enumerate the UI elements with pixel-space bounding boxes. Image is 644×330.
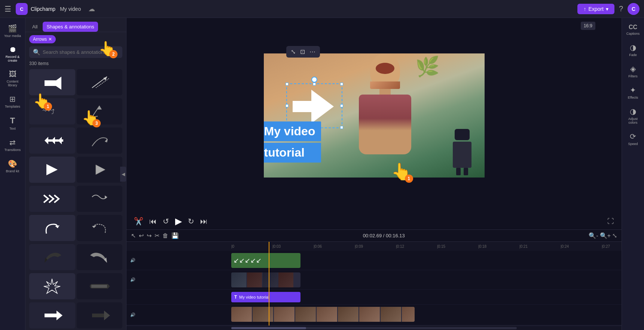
- main-thumb-4: [295, 307, 316, 322]
- shape-thumb-11[interactable]: [29, 215, 75, 241]
- timeline-toolbar: ↖ ↩ ↪ ✂ 🗑 💾 00:02.69 / 00:16.13 🔍- 🔍+ ⤡: [126, 230, 622, 242]
- shape-thumb-12[interactable]: [77, 215, 123, 241]
- video-preview: ⤡ ⊡ ⋯ 🌿: [126, 18, 622, 213]
- aspect-ratio-display[interactable]: 16:9: [581, 22, 595, 30]
- export-button[interactable]: ↑ Export ▾: [577, 4, 614, 14]
- video-track-1-content[interactable]: [231, 270, 622, 289]
- main-video-clip[interactable]: [231, 307, 415, 322]
- main-thumb-8: [381, 307, 401, 322]
- forward-5s-button[interactable]: ↻: [188, 217, 194, 226]
- arrows-track-name: 🔊: [130, 258, 135, 263]
- main-video-content[interactable]: [231, 305, 622, 325]
- fullscreen-button[interactable]: ⛶: [607, 218, 614, 225]
- shape-resize-button[interactable]: ⤡: [289, 47, 297, 56]
- handle-top-mid[interactable]: [313, 83, 316, 86]
- fit-button[interactable]: ⤡: [612, 232, 617, 239]
- magic-cut-button[interactable]: ✂️: [134, 217, 143, 226]
- sidebar-item-record-create[interactable]: ⏺ Record &create: [1, 42, 24, 65]
- arrows-tag-remove-button[interactable]: ✕: [48, 37, 52, 42]
- cut-button[interactable]: ✂: [155, 232, 159, 239]
- save-button[interactable]: 💾: [171, 232, 179, 239]
- right-panel-speed[interactable]: ⟳ Speed: [623, 129, 644, 149]
- sidebar-label-templates: Templates: [5, 105, 20, 108]
- rewind-5s-button[interactable]: ↺: [163, 217, 169, 226]
- panel-collapse-handle[interactable]: ◀: [120, 167, 126, 182]
- right-panel-fade[interactable]: ◑ Fade: [623, 40, 644, 60]
- handle-bottom-right[interactable]: [340, 126, 343, 129]
- hamburger-menu-button[interactable]: ☰: [4, 4, 11, 13]
- arrow-clip-icon: ↙↙↙↙↙: [234, 256, 262, 265]
- shape-thumb-15[interactable]: [29, 273, 75, 299]
- handle-top-left[interactable]: [286, 83, 289, 86]
- arrows-track-content[interactable]: ↙↙↙↙↙: [231, 251, 622, 270]
- sidebar-item-transitions[interactable]: ⇄ Transitions: [1, 135, 24, 155]
- sidebar-item-templates[interactable]: ⊞ Templates: [1, 92, 24, 111]
- project-name[interactable]: My video: [60, 6, 81, 12]
- text-track-content[interactable]: T My video tutorial: [231, 290, 622, 304]
- arrows-clip[interactable]: ↙↙↙↙↙: [231, 253, 300, 268]
- right-panel-adjust-colors[interactable]: ◑ Adjustcolors: [623, 104, 644, 127]
- search-input[interactable]: [43, 49, 119, 55]
- handle-right-mid[interactable]: [340, 104, 343, 107]
- sidebar-item-your-media[interactable]: 🎬 Your media: [1, 21, 24, 41]
- right-panel-captions[interactable]: CC Captions: [623, 21, 644, 38]
- ruler-mark-24: |0:24: [561, 244, 602, 249]
- avatar[interactable]: C: [628, 3, 640, 15]
- arrows-track-row: 🔊 ↙↙↙↙↙: [126, 251, 622, 270]
- shape-thumb-8[interactable]: [77, 157, 123, 183]
- undo-button[interactable]: ↩: [139, 232, 144, 239]
- shape-thumb-17[interactable]: [29, 302, 75, 329]
- handle-top-right[interactable]: [340, 83, 343, 86]
- svg-rect-27: [92, 314, 104, 317]
- scroll-thumb[interactable]: [231, 327, 306, 329]
- tab-all[interactable]: All: [29, 22, 40, 32]
- shape-thumb-18[interactable]: [77, 302, 123, 329]
- shape-thumb-2[interactable]: [77, 69, 123, 95]
- shape-thumb-3[interactable]: 〰⤴: [29, 98, 75, 124]
- sidebar-item-brand-kit[interactable]: 🎨 Brand kit: [1, 156, 24, 176]
- arrows-filter-tag[interactable]: Arrows ✕: [29, 35, 56, 43]
- video-clip-1[interactable]: [231, 272, 300, 287]
- zoom-in-button[interactable]: 🔍+: [600, 232, 611, 239]
- delete-button[interactable]: 🗑: [162, 232, 168, 239]
- play-pause-button[interactable]: ▶: [175, 216, 182, 226]
- shape-thumb-13[interactable]: [29, 244, 75, 270]
- skip-end-button[interactable]: ⏭: [200, 217, 208, 226]
- skip-back-button[interactable]: ⏮: [149, 217, 157, 226]
- shape-more-button[interactable]: ⋯: [308, 47, 317, 56]
- help-button[interactable]: ?: [619, 4, 623, 13]
- shape-thumb-14[interactable]: [77, 244, 123, 270]
- current-time: 00:02.69: [363, 233, 382, 238]
- transitions-icon: ⇄: [9, 138, 16, 147]
- svg-marker-16: [46, 164, 58, 175]
- timeline-tracks: 🔊 ↙↙↙↙↙ 🔊: [126, 251, 622, 326]
- redo-button[interactable]: ↪: [147, 232, 152, 239]
- scroll-track[interactable]: [231, 327, 517, 329]
- shape-thumb-9[interactable]: [29, 186, 75, 212]
- cursor-tool-button[interactable]: ↖: [131, 232, 136, 239]
- shape-thumb-10[interactable]: [77, 186, 123, 212]
- shape-thumb-6[interactable]: [77, 127, 123, 154]
- timeline-scrollbar[interactable]: [126, 326, 622, 330]
- shape-thumb-7[interactable]: [29, 157, 75, 183]
- sidebar-item-content-library[interactable]: 🖼 Contentlibrary: [1, 67, 24, 90]
- sidebar-item-text[interactable]: T Text: [1, 113, 24, 133]
- shape-thumb-1[interactable]: [29, 69, 75, 95]
- text-track-clip[interactable]: T My video tutorial: [231, 292, 300, 302]
- shape-thumb-4[interactable]: [77, 98, 123, 124]
- shape-format-button[interactable]: ⊡: [299, 47, 306, 56]
- right-panel-filters[interactable]: ◈ Filters: [623, 61, 644, 81]
- effects-label: Effects: [628, 96, 638, 99]
- templates-icon: ⊞: [9, 95, 16, 104]
- svg-marker-19: [55, 225, 59, 228]
- your-media-icon: 🎬: [8, 24, 17, 33]
- rotation-handle[interactable]: [311, 77, 317, 83]
- shape-thumb-16[interactable]: [77, 273, 123, 299]
- tab-shapes-annotations[interactable]: Shapes & annotations: [43, 22, 98, 32]
- zoom-out-button[interactable]: 🔍-: [589, 232, 598, 239]
- shape-thumb-5[interactable]: [29, 127, 75, 154]
- handle-left-mid[interactable]: [286, 104, 289, 107]
- right-panel-effects[interactable]: ✦ Effects: [623, 83, 644, 102]
- captions-label: Captions: [626, 32, 640, 36]
- video-track-1-row: 🔊: [126, 270, 622, 290]
